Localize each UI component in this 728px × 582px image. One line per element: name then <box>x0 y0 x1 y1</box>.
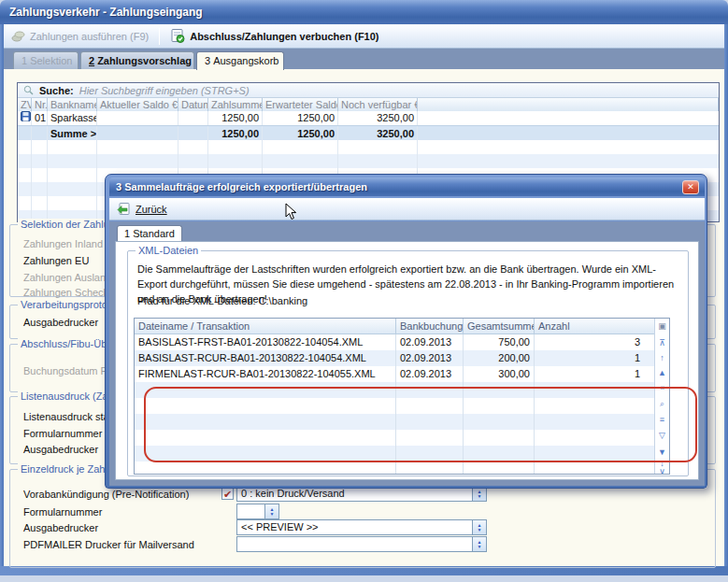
label-ausgabedrucker: Ausgabedrucker <box>23 317 98 328</box>
window-titlebar: Zahlungsverkehr - Zahlungseingang <box>0 0 728 24</box>
label-pdfmailer: PDFMAILER Drucker für Mailversand <box>23 539 194 550</box>
ausgabedrucker-dropdown[interactable]: << PREVIEW >> ▲▼ <box>236 519 487 535</box>
xml-file-row[interactable]: FIRMENLAST-RCUR-BA01-20130822-104055.XML… <box>135 366 656 382</box>
spinner-icon[interactable]: ▲▼ <box>264 504 278 518</box>
mouse-cursor <box>285 203 297 220</box>
formularnummer-spinner[interactable]: ▲▼ <box>236 504 279 519</box>
window-border-right <box>724 24 728 574</box>
grid-header-row[interactable]: Dateiname / Transaktion Bankbuchung am G… <box>135 319 656 334</box>
export-result-dialog: 3 Sammelaufträge erfolgreich exportiert/… <box>105 174 707 489</box>
execute-payments-button[interactable]: Zahlungen ausführen (F9) <box>4 26 156 47</box>
close-icon[interactable]: ✕ <box>682 180 699 194</box>
empty-grid-row <box>135 461 656 475</box>
col-bankname[interactable]: Bankname <box>48 98 97 111</box>
search-label: Suche: <box>39 85 74 96</box>
col-gesamtsumme[interactable]: Gesamtsumme € <box>464 319 535 334</box>
xml-dateien-group: XML-Dateien Die Sammelaufträge der Lasts… <box>127 250 689 476</box>
group-title: XML-Dateien <box>136 245 201 256</box>
tab-standard[interactable]: 1 Standard <box>117 225 182 241</box>
back-button[interactable]: Zurück <box>109 199 175 220</box>
xml-path-line: Pfad für die XML-Dateien: C:\banking <box>137 295 681 306</box>
col-dateiname[interactable]: Dateiname / Transaktion <box>135 319 396 334</box>
bank-sum-row: Summe > 1250,00 1250,00 3250,00 <box>18 125 719 140</box>
tab-selektion[interactable]: 1Selektion <box>13 51 79 69</box>
label-vorabankuendigung: Vorabankündigung (Pre-Notification) <box>23 489 189 500</box>
col-noch-verfuegbar[interactable]: Noch verfügbar € <box>338 98 418 111</box>
dialog-title: 3 Sammelaufträge erfolgreich exportiert/… <box>116 181 367 192</box>
search-icon <box>23 85 34 95</box>
execute-payments-label: Zahlungen ausführen (F9) <box>30 31 149 42</box>
toolbar-separator <box>159 28 160 45</box>
coins-icon <box>11 30 25 42</box>
label-zahlungen-inland: Zahlungen Inland <box>23 238 103 249</box>
dialog-toolbar: Zurück <box>109 198 705 220</box>
back-label: Zurück <box>136 204 167 215</box>
post-payments-button[interactable]: Abschluss/Zahlungen verbuchen (F10) <box>163 26 386 47</box>
post-payments-label: Abschluss/Zahlungen verbuchen (F10) <box>190 31 378 42</box>
scroll-top-icon[interactable]: ⊼ <box>655 338 669 348</box>
pdfmailer-dropdown[interactable]: ▲▼ <box>236 536 487 552</box>
search-placeholder: Hier Suchbegriff eingeben (STRG+S) <box>79 85 250 96</box>
col-datum[interactable]: Datum <box>178 98 208 111</box>
tab-zahlungsvorschlag[interactable]: 2Zahlungsvorschlag <box>80 51 194 69</box>
bank-row-sparkasse[interactable]: 01 Sparkasse 1250,00 1250,00 3250,00 <box>18 111 719 125</box>
dialog-tab-area: 1 Standard XML-Dateien Die Sammelaufträg… <box>109 221 705 486</box>
xml-file-row[interactable]: BASISLAST-FRST-BA01-20130822-104054.XML … <box>135 334 656 350</box>
col-erwarteter-saldo[interactable]: Erwarteter Saldo € <box>263 98 338 111</box>
xml-file-row[interactable]: BASISLAST-RCUR-BA01-20130822-104054.XML … <box>135 350 656 366</box>
main-tabstrip: 1Selektion 2Zahlungsvorschlag 3Ausgangsk… <box>4 49 724 69</box>
window-title: Zahlungsverkehr - Zahlungseingang <box>9 6 203 19</box>
empty-grid-row <box>18 140 719 154</box>
prenotification-checkbox[interactable]: ✔ <box>221 488 234 500</box>
label-zahlungen-ausland: Zahlungen Ausland <box>23 272 111 283</box>
col-zahlsumme[interactable]: Zahlsumme € <box>208 98 263 111</box>
grid-header-row[interactable]: ZV Nr. Bankname Aktueller Saldo € Datum … <box>18 98 719 111</box>
dropdown-spinner-icon[interactable]: ▲▼ <box>472 537 486 551</box>
grid-search-bar[interactable]: Suche: Hier Suchbegriff eingeben (STRG+S… <box>18 83 719 98</box>
col-anzahl[interactable]: Anzahl <box>535 319 656 334</box>
dropdown-spinner-icon[interactable]: ▲▼ <box>472 487 486 501</box>
row-up-icon[interactable]: ↑ <box>655 353 669 362</box>
floppy-icon <box>21 111 28 121</box>
copy-icon[interactable]: ▣ <box>655 321 669 331</box>
label-formularnummer: Formularnummer <box>23 428 102 439</box>
label-ausgabedrucker: Ausgabedrucker <box>23 444 98 455</box>
label-ausgabedrucker: Ausgabedrucker <box>23 522 98 533</box>
back-icon <box>117 203 131 216</box>
dialog-titlebar: 3 Sammelaufträge erfolgreich exportiert/… <box>109 177 705 196</box>
col-bankbuchung[interactable]: Bankbuchung am <box>396 319 464 334</box>
scroll-bottom-icon[interactable]: ⊻ <box>655 468 669 475</box>
page-up-icon[interactable]: ▲ <box>655 368 669 377</box>
document-check-icon <box>170 29 185 43</box>
dialog-panel: XML-Dateien Die Sammelaufträge der Lasts… <box>115 241 699 480</box>
col-aktueller-saldo[interactable]: Aktueller Saldo € <box>97 98 178 111</box>
label-zahlungen-eu: Zahlungen EU <box>23 255 89 266</box>
tab-ausgangskorb[interactable]: 3Ausgangskorb <box>196 51 284 70</box>
col-zv[interactable]: ZV <box>18 98 32 111</box>
main-toolbar: Zahlungen ausführen (F9) Abschluss/Zahlu… <box>4 24 724 49</box>
empty-grid-row <box>18 154 719 168</box>
col-nr[interactable]: Nr. <box>32 98 48 111</box>
red-annotation-ellipse <box>144 387 697 462</box>
application-window: Zahlungsverkehr - Zahlungseingang Zahlun… <box>0 0 728 582</box>
label-formularnummer: Formularnummer <box>23 506 102 518</box>
dropdown-spinner-icon[interactable]: ▲▼ <box>472 520 486 534</box>
